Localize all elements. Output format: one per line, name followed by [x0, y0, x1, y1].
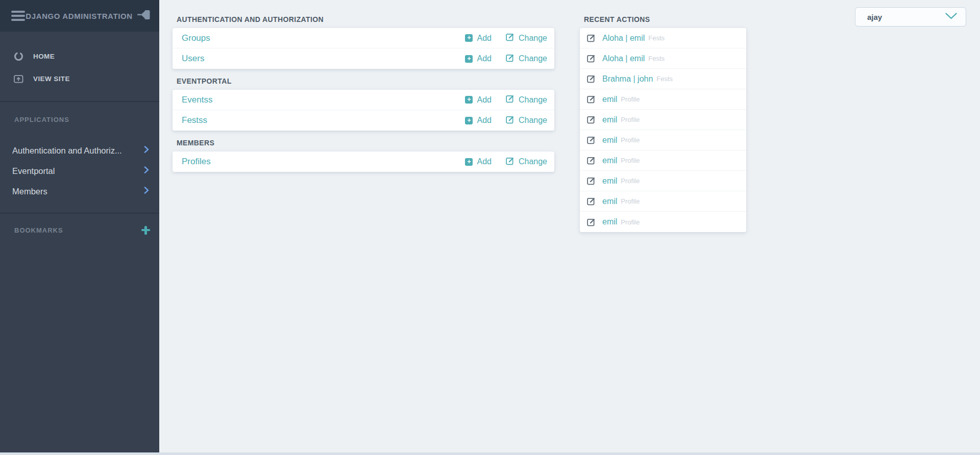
list-item: Aloha | emil Fests: [580, 48, 746, 69]
main-content: AUTHENTICATION AND AUTHORIZATION Groups …: [159, 0, 980, 455]
change-button[interactable]: Change: [506, 33, 547, 43]
add-button[interactable]: Add: [465, 54, 491, 63]
recent-action-type: Profile: [621, 177, 640, 185]
add-icon: [465, 158, 473, 166]
recent-action-link[interactable]: emil: [602, 136, 617, 145]
model-link-festss[interactable]: Festss: [182, 115, 207, 125]
recent-action-link[interactable]: emil: [602, 176, 617, 186]
row-actions: Add Change: [465, 157, 547, 167]
sidebar-item-members[interactable]: Members: [0, 181, 159, 201]
add-button[interactable]: Add: [465, 34, 491, 43]
recent-action-type: Fests: [648, 55, 665, 62]
app-item-label: Members: [12, 187, 144, 196]
recent-action-type: Fests: [656, 75, 673, 83]
edit-icon: [587, 156, 596, 165]
model-link-groups[interactable]: Groups: [182, 33, 210, 43]
edit-icon: [506, 157, 514, 167]
app-title: DJANGO ADMINISTRATION: [26, 12, 133, 20]
table-row-eventss: Eventss Add: [173, 90, 554, 110]
recent-action-type: Profile: [621, 116, 640, 123]
external-link-icon: [14, 74, 24, 83]
pin-icon[interactable]: [136, 8, 152, 23]
list-item: emil Profile: [580, 89, 746, 110]
sidebar-item-view-site[interactable]: VIEW SITE: [0, 67, 159, 90]
sidebar-item-auth[interactable]: Authentication and Authoriz...: [0, 140, 159, 161]
hamburger-icon[interactable]: [11, 9, 26, 23]
table-row-profiles: Profiles Add: [173, 151, 554, 172]
row-actions: Add Change: [465, 115, 547, 126]
applications-heading: APPLICATIONS: [0, 115, 159, 123]
bookmarks-heading: BOOKMARKS: [14, 226, 141, 234]
list-item: Brahma | john Fests: [580, 69, 746, 89]
recent-action-link[interactable]: emil: [602, 115, 617, 124]
edit-icon: [587, 218, 596, 226]
row-actions: Add Change: [465, 33, 547, 43]
recent-action-type: Profile: [621, 218, 640, 226]
list-item: emil Profile: [580, 212, 746, 232]
section-title: EVENTPORTAL: [173, 73, 554, 90]
sidebar-item-label: HOME: [33, 53, 55, 60]
edit-icon: [587, 197, 596, 206]
change-button[interactable]: Change: [506, 115, 547, 126]
list-item: emil Profile: [580, 191, 746, 212]
recent-action-type: Profile: [621, 197, 640, 205]
change-button[interactable]: Change: [506, 157, 547, 167]
app-item-label: Authentication and Authoriz...: [12, 146, 144, 156]
recent-action-link[interactable]: emil: [602, 156, 617, 165]
horizontal-scrollbar[interactable]: [0, 452, 980, 455]
recent-action-type: Profile: [621, 136, 640, 144]
section-panel: Eventss Add: [173, 90, 554, 131]
section-title: AUTHENTICATION AND AUTHORIZATION: [173, 11, 554, 28]
edit-icon: [587, 115, 596, 124]
bookmarks-section: BOOKMARKS: [0, 225, 159, 235]
recent-action-link[interactable]: Aloha | emil: [602, 54, 645, 63]
recent-actions-panel: Aloha | emil Fests Aloha | emil Fests Br…: [580, 28, 746, 232]
recent-action-type: Profile: [621, 95, 640, 103]
sidebar-item-eventportal[interactable]: Eventportal: [0, 161, 159, 181]
chevron-right-icon: [144, 145, 149, 156]
recent-action-link[interactable]: Aloha | emil: [602, 34, 645, 43]
edit-icon: [587, 95, 596, 104]
change-button[interactable]: Change: [506, 54, 547, 64]
home-icon: [14, 52, 24, 61]
sidebar-nav: HOME VIEW SITE: [0, 32, 159, 90]
edit-icon: [506, 54, 514, 64]
recent-action-link[interactable]: Brahma | john: [602, 74, 653, 84]
edit-icon: [506, 33, 514, 43]
add-button[interactable]: Add: [465, 157, 491, 166]
add-button[interactable]: Add: [465, 95, 491, 105]
recent-actions: RECENT ACTIONS Aloha | emil Fests Aloha …: [580, 11, 746, 232]
model-link-eventss[interactable]: Eventss: [182, 95, 212, 105]
section-members: MEMBERS Profiles Add: [173, 135, 554, 172]
section-auth: AUTHENTICATION AND AUTHORIZATION Groups …: [173, 11, 554, 69]
sidebar-divider: [0, 213, 159, 214]
change-button[interactable]: Change: [506, 94, 547, 105]
sidebar-item-label: VIEW SITE: [33, 75, 70, 83]
chevron-right-icon: [144, 166, 149, 176]
add-icon: [465, 96, 473, 104]
sidebar: DJANGO ADMINISTRATION HOME: [0, 0, 159, 455]
edit-icon: [587, 74, 596, 83]
recent-action-type: Fests: [648, 34, 665, 42]
user-menu-dropdown[interactable]: ajay: [855, 7, 966, 27]
recent-action-type: Profile: [621, 157, 640, 164]
section-panel: Groups Add: [173, 28, 554, 69]
recent-action-link[interactable]: emil: [602, 95, 617, 104]
add-button[interactable]: Add: [465, 116, 491, 125]
chevron-down-icon: [945, 12, 957, 21]
app-index: AUTHENTICATION AND AUTHORIZATION Groups …: [173, 11, 554, 176]
list-item: emil Profile: [580, 110, 746, 130]
model-link-users[interactable]: Users: [182, 54, 204, 64]
add-bookmark-icon[interactable]: [141, 226, 150, 235]
row-actions: Add Change: [465, 54, 547, 64]
edit-icon: [587, 54, 596, 63]
model-link-profiles[interactable]: Profiles: [182, 157, 211, 167]
sidebar-header: DJANGO ADMINISTRATION: [0, 0, 159, 32]
edit-icon: [506, 94, 514, 105]
recent-action-link[interactable]: emil: [602, 197, 617, 206]
recent-action-link[interactable]: emil: [602, 217, 617, 226]
username-label: ajay: [867, 13, 945, 21]
section-panel: Profiles Add: [173, 151, 554, 172]
add-icon: [465, 55, 473, 63]
sidebar-item-home[interactable]: HOME: [0, 45, 159, 67]
